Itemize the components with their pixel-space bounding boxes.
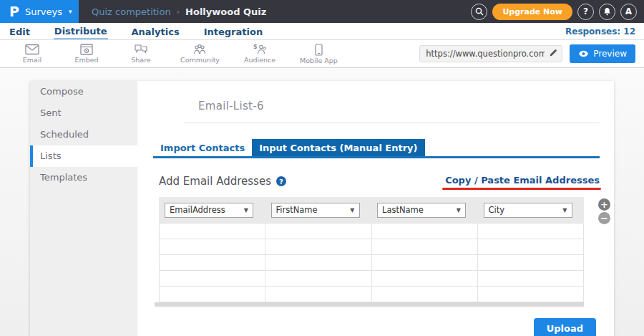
channel-mobile-app[interactable]: Mobile App [300, 44, 338, 64]
contact-cell[interactable] [265, 287, 371, 302]
tab-input-contacts-manual[interactable]: Input Contacts (Manual Entry) [252, 139, 424, 156]
contact-cell[interactable] [160, 224, 265, 239]
channel-buttons: Email Embed Share Community $ Audience M… [17, 44, 338, 64]
share-icon [134, 44, 148, 55]
remove-column-button[interactable]: − [598, 212, 610, 224]
contact-cell[interactable] [371, 255, 477, 271]
contact-cell[interactable] [371, 224, 477, 239]
channel-email[interactable]: Email [17, 44, 47, 64]
list-title: Email-List-6 [137, 81, 614, 112]
nav-tab-integration[interactable]: Integration [203, 24, 263, 39]
help-button[interactable]: ? [577, 4, 594, 20]
contact-cell[interactable] [265, 255, 371, 271]
upload-row: Upload [137, 307, 614, 336]
community-icon [192, 44, 207, 55]
sidebar-item-templates[interactable]: Templates [30, 167, 137, 188]
notifications-button[interactable] [599, 4, 615, 20]
contact-cell[interactable] [477, 271, 583, 287]
breadcrumb-current: Hollywood Quiz [185, 6, 266, 17]
column-mapping-header: EmailAddress ▼ FirstName ▼ LastName [159, 197, 584, 223]
title-divider [184, 123, 600, 123]
upgrade-now-button[interactable]: Upgrade Now [492, 4, 572, 20]
distribute-toolbar: Email Embed Share Community $ Audience M… [0, 40, 644, 68]
embed-icon [80, 44, 93, 55]
select-value: FirstName [276, 205, 318, 215]
help-tooltip-icon[interactable]: ? [276, 176, 286, 186]
contact-cell[interactable] [160, 287, 265, 302]
upload-button[interactable]: Upload [534, 318, 596, 336]
sidebar-item-compose[interactable]: Compose [30, 81, 137, 102]
contact-cell[interactable] [371, 287, 477, 302]
copy-paste-email-addresses-link[interactable]: Copy / Paste Email Addresses [445, 175, 600, 186]
email-panel: Compose Sent Scheduled Lists Templates E… [30, 81, 614, 336]
sidebar-item-scheduled[interactable]: Scheduled [30, 124, 137, 145]
survey-url-input[interactable] [419, 45, 562, 62]
surveys-menu[interactable]: P Surveys ▾ [0, 0, 79, 23]
preview-label: Preview [593, 49, 627, 59]
channel-audience[interactable]: $ Audience [244, 44, 275, 64]
audience-icon: $ [253, 44, 267, 55]
column-cell: FirstName ▼ [265, 203, 372, 218]
survey-url-wrap [419, 45, 562, 62]
column-select-city[interactable]: City ▼ [484, 203, 572, 218]
search-button[interactable] [471, 4, 487, 20]
channel-label: Audience [244, 56, 275, 64]
top-bar: P Surveys ▾ Quiz competition › Hollywood… [0, 0, 644, 23]
survey-nav: Edit Distribute Analytics Integration Re… [0, 23, 644, 40]
channel-community[interactable]: Community [180, 44, 220, 64]
search-icon [475, 7, 484, 16]
column-select-firstname[interactable]: FirstName ▼ [271, 203, 360, 218]
breadcrumb-parent[interactable]: Quiz competition [92, 6, 171, 17]
column-select-emailaddress[interactable]: EmailAddress ▼ [165, 203, 253, 218]
contact-cell[interactable] [371, 239, 477, 255]
horizontal-scrollbar[interactable] [155, 302, 584, 307]
responses-count[interactable]: Responses: 12 [565, 27, 635, 37]
contact-cell[interactable] [371, 271, 477, 287]
contacts-tabbar: Import Contacts Input Contacts (Manual E… [153, 139, 600, 158]
select-value: LastName [382, 205, 424, 215]
contact-cell[interactable] [477, 255, 583, 271]
row-controls: + − [598, 198, 610, 224]
channel-label: Mobile App [300, 57, 338, 64]
contacts-entry-table [159, 223, 584, 302]
contact-cell[interactable] [477, 239, 583, 255]
column-cell: EmailAddress ▼ [159, 203, 265, 218]
contact-cell[interactable] [160, 239, 265, 255]
edit-url-pencil-icon[interactable] [549, 48, 558, 57]
select-caret-icon: ▼ [244, 207, 248, 213]
email-icon [25, 44, 39, 55]
table-row [160, 224, 584, 239]
question-mark-icon: ? [583, 6, 588, 16]
nav-tab-analytics[interactable]: Analytics [131, 24, 180, 39]
account-avatar[interactable]: A [620, 4, 637, 20]
avatar-letter: A [625, 6, 632, 16]
mobile-app-icon [315, 44, 323, 56]
contact-cell[interactable] [265, 271, 371, 287]
select-caret-icon: ▼ [457, 207, 461, 213]
section-title-group: Add Email Addresses ? [159, 175, 286, 188]
channel-embed[interactable]: Embed [72, 44, 102, 64]
preview-button[interactable]: Preview [570, 44, 635, 63]
contact-cell[interactable] [160, 271, 265, 287]
contact-cell[interactable] [160, 255, 265, 271]
tab-import-contacts[interactable]: Import Contacts [153, 139, 252, 156]
toolbar-right: Preview [419, 44, 635, 63]
contact-cell[interactable] [265, 224, 371, 239]
table-row [160, 287, 584, 302]
select-caret-icon: ▼ [562, 207, 567, 213]
contact-cell[interactable] [265, 239, 371, 255]
nav-tab-distribute[interactable]: Distribute [54, 24, 108, 39]
contact-cell[interactable] [477, 287, 583, 302]
bell-icon [603, 7, 611, 16]
column-cell: City ▼ [478, 203, 585, 218]
section-header: Add Email Addresses ? Copy / Paste Email… [159, 173, 600, 190]
content-area: Compose Sent Scheduled Lists Templates E… [0, 68, 644, 336]
add-column-button[interactable]: + [598, 198, 610, 211]
nav-tab-edit[interactable]: Edit [9, 24, 31, 39]
sidebar-item-sent[interactable]: Sent [30, 102, 137, 124]
channel-share[interactable]: Share [126, 44, 156, 64]
column-select-lastname[interactable]: LastName ▼ [377, 203, 466, 218]
sidebar-item-lists[interactable]: Lists [30, 145, 137, 167]
topbar-actions: Upgrade Now ? A [471, 4, 644, 20]
contact-cell[interactable] [477, 224, 583, 239]
